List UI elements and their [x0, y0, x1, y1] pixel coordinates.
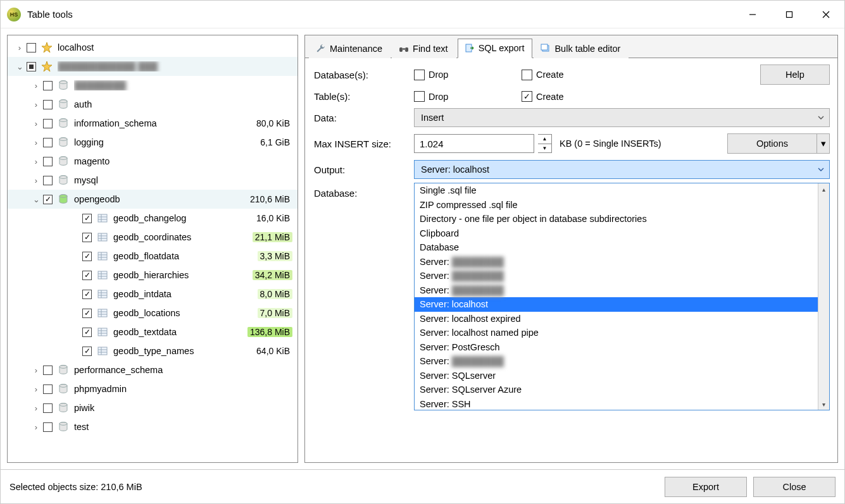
expander-icon[interactable]: ›	[32, 403, 41, 413]
tree-checkbox[interactable]	[43, 195, 53, 204]
output-option[interactable]: Server: localhost named pipe	[415, 326, 818, 340]
expander-icon[interactable]: ›	[32, 422, 41, 432]
expander-icon[interactable]: ›	[32, 100, 41, 109]
output-option[interactable]: Server: ████████	[415, 283, 818, 298]
tree-checkbox[interactable]	[43, 157, 53, 166]
expander-icon[interactable]: ›	[32, 384, 41, 394]
output-option[interactable]: Single .sql file	[415, 183, 818, 198]
max-insert-spinner[interactable]: ▲▼	[538, 134, 552, 153]
help-button[interactable]: Help	[760, 65, 830, 85]
tree-table-geodb_changelog[interactable]: geodb_changelog16,0 KiB	[8, 209, 297, 228]
tree-checkbox[interactable]	[43, 422, 53, 432]
close-button[interactable]	[808, 1, 844, 28]
tree-checkbox[interactable]	[43, 384, 53, 394]
expander-icon[interactable]: ›	[32, 176, 41, 185]
tree-checkbox[interactable]	[82, 214, 92, 223]
tree-checkbox[interactable]	[82, 290, 92, 299]
output-option[interactable]: Server: localhost expired	[415, 312, 818, 326]
maximize-button[interactable]	[771, 1, 808, 28]
expander-icon[interactable]: ›	[32, 138, 41, 147]
tree-checkbox[interactable]	[27, 43, 36, 52]
minimize-button[interactable]	[734, 1, 771, 28]
tree-table-geodb_textdata[interactable]: geodb_textdata136,8 MiB	[8, 323, 297, 341]
tree-db-mysql[interactable]: ›mysql	[8, 171, 297, 190]
output-option[interactable]: Database	[415, 240, 818, 255]
tree-table-geodb_intdata[interactable]: geodb_intdata8,0 MiB	[8, 285, 297, 304]
tbl-create-checkbox[interactable]	[522, 91, 532, 102]
tree-db-piwik[interactable]: ›piwik	[8, 398, 297, 417]
scroll-up-arrow[interactable]: ▴	[818, 183, 829, 195]
expander-icon[interactable]: ›	[32, 157, 41, 166]
tree-host-remote[interactable]: ⌄████████████ ███	[8, 57, 297, 76]
tab-find-text[interactable]: Find text	[392, 39, 456, 58]
table-icon	[97, 250, 108, 262]
tree-table-geodb_type_names[interactable]: geodb_type_names64,0 KiB	[8, 341, 297, 360]
tree-checkbox[interactable]	[82, 328, 92, 337]
output-option[interactable]: Server: PostGresch	[415, 340, 818, 355]
output-dropdown[interactable]: Server: localhost	[414, 160, 830, 179]
tree-checkbox[interactable]	[43, 366, 53, 375]
tree-checkbox[interactable]	[43, 403, 53, 413]
tree-label: geodb_changelog	[113, 213, 237, 223]
max-insert-input[interactable]	[414, 134, 534, 153]
close-dialog-button[interactable]: Close	[753, 477, 836, 497]
output-option[interactable]: Server: ████████	[415, 255, 818, 269]
tree-db-hidden[interactable]: ›████████	[8, 76, 297, 95]
output-option[interactable]: Server: SSH	[415, 397, 818, 410]
options-button[interactable]: Options ▾	[727, 133, 830, 154]
tree-checkbox[interactable]	[43, 176, 53, 185]
tree-table-geodb_floatdata[interactable]: geodb_floatdata3,3 MiB	[8, 247, 297, 266]
output-option[interactable]: Server: ████████	[415, 269, 818, 283]
db-drop-checkbox[interactable]	[414, 70, 425, 80]
data-dropdown[interactable]: Insert	[414, 108, 830, 127]
tree-checkbox[interactable]	[43, 81, 53, 90]
tree-table-geodb_locations[interactable]: geodb_locations7,0 MiB	[8, 304, 297, 323]
tab-bulk-editor[interactable]: Bulk table editor	[534, 39, 629, 58]
export-button[interactable]: Export	[665, 477, 747, 497]
output-option[interactable]: ZIP compressed .sql file	[415, 198, 818, 212]
tree-table-geodb_hierarchies[interactable]: geodb_hierarchies34,2 MiB	[8, 266, 297, 285]
output-listbox[interactable]: Single .sql fileZIP compressed .sql file…	[414, 183, 830, 410]
tree-checkbox[interactable]	[43, 119, 53, 128]
tree-checkbox[interactable]	[27, 62, 36, 71]
tree-db-phpmyadmin[interactable]: ›phpmyadmin	[8, 379, 297, 398]
expander-icon[interactable]: ⌄	[32, 195, 41, 204]
tab-sql-export[interactable]: SQL export	[458, 39, 533, 58]
tbl-drop-checkbox[interactable]	[414, 91, 425, 102]
tree-checkbox[interactable]	[43, 138, 53, 147]
tree-checkbox[interactable]	[82, 233, 92, 242]
tree-table-geodb_coordinates[interactable]: geodb_coordinates21,1 MiB	[8, 228, 297, 247]
expander-icon[interactable]: ›	[32, 119, 41, 128]
tree-size: 210,6 MiB	[237, 194, 292, 204]
scroll-down-arrow[interactable]: ▾	[818, 398, 829, 410]
tree-checkbox[interactable]	[82, 252, 92, 261]
tree-db-test[interactable]: ›test	[8, 417, 297, 436]
tree-db-performance_schema[interactable]: ›performance_schema	[8, 360, 297, 379]
expander-icon[interactable]: ›	[32, 366, 41, 375]
output-option[interactable]: Server: SQLserver	[415, 369, 818, 383]
tree-checkbox[interactable]	[82, 347, 92, 356]
tree-host-localhost[interactable]: ›localhost	[8, 38, 297, 57]
tree-db-magento[interactable]: ›magento	[8, 152, 297, 171]
output-option[interactable]: Server: ████████	[415, 354, 818, 369]
output-option[interactable]: Directory - one file per object in datab…	[415, 212, 818, 226]
tree-checkbox[interactable]	[43, 100, 53, 109]
tree-checkbox[interactable]	[82, 309, 92, 318]
tab-maintenance[interactable]: Maintenance	[309, 39, 391, 58]
tree-db-opengeodb[interactable]: ⌄opengeodb210,6 MiB	[8, 190, 297, 209]
output-option[interactable]: Server: localhost	[415, 297, 818, 312]
table-icon	[97, 307, 108, 319]
object-tree[interactable]: ›localhost⌄████████████ ███›████████›aut…	[7, 35, 298, 463]
db-create-checkbox[interactable]	[522, 70, 532, 80]
expander-icon[interactable]: ›	[15, 43, 24, 52]
expander-icon[interactable]: ⌄	[15, 62, 24, 71]
tree-db-logging[interactable]: ›logging6,1 GiB	[8, 133, 297, 152]
output-option[interactable]: Clipboard	[415, 226, 818, 241]
tree-checkbox[interactable]	[82, 271, 92, 280]
tree-db-auth[interactable]: ›auth	[8, 95, 297, 114]
listbox-scrollbar[interactable]: ▴ ▾	[818, 183, 829, 410]
tree-db-information_schema[interactable]: ›information_schema80,0 KiB	[8, 114, 297, 133]
options-dropdown-toggle[interactable]: ▾	[817, 134, 829, 153]
expander-icon[interactable]: ›	[32, 81, 41, 90]
output-option[interactable]: Server: SQLserver Azure	[415, 383, 818, 397]
